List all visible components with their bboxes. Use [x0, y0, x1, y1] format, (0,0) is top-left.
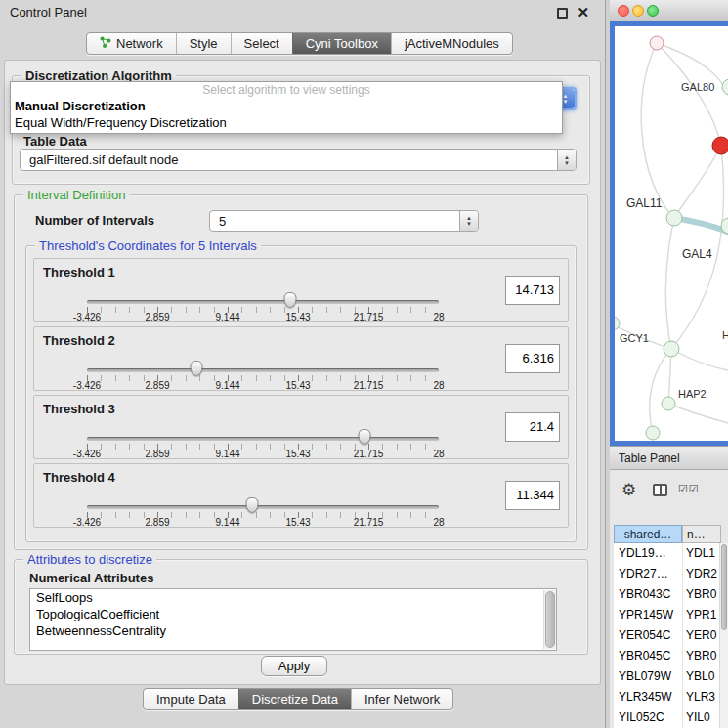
threshold-label: Threshold 3 — [43, 402, 115, 416]
slider-thumb[interactable] — [283, 292, 296, 308]
combobox-stepper-icon[interactable]: ▲ ▼ — [557, 150, 576, 170]
number-of-intervals-combobox[interactable]: 5 ▲ ▼ — [209, 210, 479, 232]
float-window-icon[interactable] — [557, 8, 568, 19]
application-root: Control Panel ✕ Network Style Select Cyn… — [0, 0, 728, 728]
threshold-slider[interactable]: -3.426 2.859 9.144 15.43 21.715 28 — [87, 361, 439, 392]
slider-thumb[interactable] — [359, 429, 371, 445]
table-data-combobox[interactable]: galFiltered.sif default node ▲ ▼ — [20, 149, 577, 171]
numerical-attributes-list[interactable]: SelfLoops TopologicalCoefficient Between… — [29, 588, 557, 651]
table-row[interactable]: YBR045CYBR0 — [614, 646, 719, 666]
threshold-label: Threshold 4 — [43, 470, 115, 485]
tab-cyni-toolbox[interactable]: Cyni Toolbox — [292, 33, 391, 54]
table-panel-body: ⚙ ☑☑ shared… n… YDL19…YDL1 YDR27…YDR2 YB… — [610, 470, 728, 728]
tab-impute-data[interactable]: Impute Data — [144, 689, 238, 709]
scale-label: 28 — [433, 449, 444, 459]
scale-label: -3.426 — [73, 517, 101, 528]
node-circle[interactable] — [666, 210, 682, 226]
threshold-slider[interactable]: -3.426 2.859 9.144 15.43 21.715 28 — [87, 429, 439, 460]
threshold-row: Threshold 2 -3.426 2.859 9.144 15.43 21.… — [33, 326, 569, 391]
table-row[interactable]: YLR345WYLR3 — [614, 687, 719, 707]
table-columns-icon[interactable] — [653, 484, 667, 496]
node-label: GAL11 — [626, 196, 663, 210]
slider-track[interactable] — [87, 505, 439, 509]
threshold-value-field[interactable]: 21.4 — [505, 412, 560, 442]
node-circle[interactable] — [722, 79, 728, 95]
control-panel-titlebar[interactable]: Control Panel — [0, 0, 605, 25]
scale-label: -3.426 — [73, 380, 101, 391]
column-header-shared-name[interactable]: shared… — [614, 525, 682, 543]
tab-discretize-data[interactable]: Discretize Data — [238, 689, 351, 709]
traffic-zoom-button[interactable] — [647, 5, 659, 17]
scale-label: 2.859 — [145, 312, 169, 322]
traffic-close-button[interactable] — [618, 5, 629, 17]
node-circle[interactable] — [662, 397, 675, 410]
combobox-stepper-icon[interactable]: ▲ ▼ — [459, 211, 478, 231]
column-header-name[interactable]: n… — [682, 525, 721, 543]
tab-style[interactable]: Style — [176, 33, 231, 54]
scrollbar-thumb[interactable] — [545, 591, 555, 648]
tab-network[interactable]: Network — [87, 33, 176, 54]
threshold-value-field[interactable]: 14.713 — [505, 276, 560, 305]
node-circle[interactable] — [646, 426, 660, 440]
network-nodes[interactable] — [615, 36, 728, 440]
tab-jactivemnodules[interactable]: jActiveMNodules — [391, 33, 512, 54]
tab-select[interactable]: Select — [231, 33, 292, 54]
tab-label: jActiveMNodules — [405, 33, 499, 54]
slider-track[interactable] — [87, 368, 439, 372]
network-graph: GAL80 GAL11 GAL4 GCY1 HAP2 H — [615, 26, 728, 441]
column-separator — [682, 543, 683, 728]
cell-name: YBR0 — [686, 584, 716, 605]
scale-label: 9.144 — [215, 517, 239, 528]
list-item[interactable]: TopologicalCoefficient — [30, 606, 556, 622]
slider-track[interactable] — [87, 300, 439, 304]
gear-icon[interactable]: ⚙ — [621, 480, 636, 500]
dropdown-option-manual-discretization[interactable]: Manual Discretization — [11, 98, 562, 114]
list-item[interactable]: BetweennessCentrality — [30, 622, 556, 639]
slider-ticks — [87, 307, 439, 313]
table-scrollbar[interactable] — [719, 543, 728, 728]
dropdown-option-equal-width-frequency[interactable]: Equal Width/Frequency Discretization — [11, 114, 562, 131]
threshold-value-field[interactable]: 11.344 — [505, 481, 560, 510]
traffic-minimize-button[interactable] — [632, 5, 644, 17]
cell-shared-name: YPR145W — [619, 605, 673, 625]
selected-node-circle[interactable] — [712, 137, 728, 154]
table-row[interactable]: YDR27…YDR2 — [614, 564, 719, 584]
table-panel-titlebar[interactable]: Table Panel — [610, 446, 728, 470]
cell-name: YPR1 — [686, 605, 716, 625]
threshold-slider[interactable]: -3.426 2.859 9.144 15.43 21.715 28 — [87, 292, 439, 323]
network-window-titlebar[interactable] — [610, 0, 728, 21]
close-icon[interactable]: ✕ — [577, 4, 589, 21]
number-of-intervals-value: 5 — [219, 211, 454, 232]
table-row[interactable]: YER054CYER0 — [614, 625, 719, 646]
table-row[interactable]: YIL052CYIL0 — [614, 707, 719, 728]
table-row[interactable]: YBL079WYBL0 — [614, 666, 719, 687]
checkbox-icons[interactable]: ☑☑ — [678, 483, 700, 495]
cell-shared-name: YER054C — [619, 625, 670, 646]
table-row[interactable]: YDL19…YDL1 — [614, 543, 719, 564]
threshold-slider[interactable]: -3.426 2.859 9.144 15.43 21.715 28 — [87, 497, 439, 529]
node-circle[interactable] — [664, 341, 679, 357]
apply-button[interactable]: Apply — [261, 656, 327, 676]
list-item[interactable]: SelfLoops — [30, 589, 556, 606]
cell-name: YIL0 — [686, 707, 710, 728]
slider-thumb[interactable] — [246, 497, 259, 513]
cell-name: YDR2 — [686, 564, 717, 584]
attributes-group-title: Attributes to discretize — [23, 552, 156, 567]
scale-label: 2.859 — [145, 517, 169, 528]
scale-label: 21.715 — [354, 312, 384, 322]
table-row[interactable]: YPR145WYPR1 — [614, 605, 719, 625]
cell-shared-name: YBR043C — [619, 584, 670, 605]
node-circle[interactable] — [650, 36, 664, 50]
scale-label: 9.144 — [215, 380, 239, 391]
slider-track[interactable] — [87, 437, 439, 441]
table-row[interactable]: YBR043CYBR0 — [614, 584, 719, 605]
attributes-scrollbar[interactable] — [543, 590, 556, 649]
threshold-value-field[interactable]: 6.316 — [505, 344, 560, 373]
slider-thumb[interactable] — [190, 361, 202, 376]
cell-name: YDL1 — [686, 543, 715, 564]
scrollbar-thumb[interactable] — [721, 544, 727, 630]
cell-shared-name: YIL052C — [619, 707, 664, 728]
tab-infer-network[interactable]: Infer Network — [351, 689, 452, 709]
control-panel-tabbar: Network Style Select Cyni Toolbox jActiv… — [86, 32, 513, 55]
network-canvas[interactable]: GAL80 GAL11 GAL4 GCY1 HAP2 H — [615, 26, 728, 441]
